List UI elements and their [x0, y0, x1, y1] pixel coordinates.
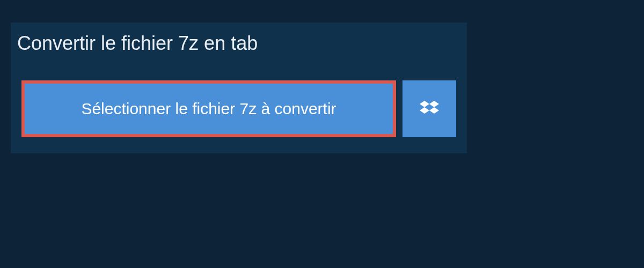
select-file-button[interactable]: Sélectionner le fichier 7z à convertir: [21, 80, 396, 137]
page-title: Convertir le fichier 7z en tab: [11, 23, 273, 64]
dropbox-button[interactable]: [402, 80, 456, 137]
button-row: Sélectionner le fichier 7z à convertir: [11, 64, 467, 153]
converter-panel: Convertir le fichier 7z en tab Sélection…: [11, 23, 467, 153]
select-file-button-label: Sélectionner le fichier 7z à convertir: [81, 100, 336, 118]
dropbox-icon: [420, 99, 439, 118]
